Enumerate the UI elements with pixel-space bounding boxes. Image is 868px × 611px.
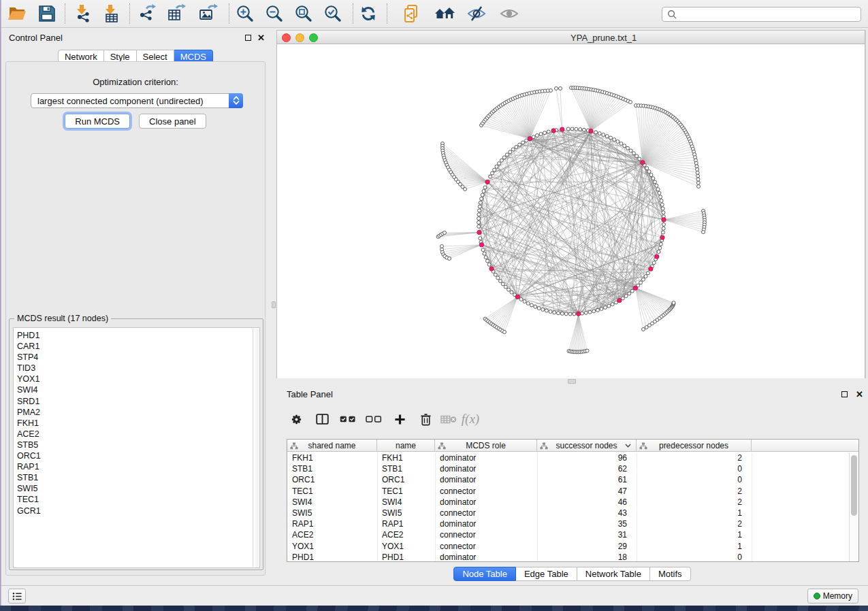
column-header-successor-nodes[interactable]: successor nodes (537, 440, 637, 452)
horizontal-splitter-grip[interactable] (568, 379, 576, 384)
home-button[interactable] (433, 2, 456, 25)
mcds-result-item[interactable]: PMA2 (17, 407, 259, 418)
mcds-result-item[interactable]: TEC1 (17, 494, 259, 505)
open-file-button[interactable] (5, 2, 29, 25)
mcds-result-item[interactable]: ORC1 (17, 450, 259, 461)
column-header-name[interactable]: name (377, 440, 435, 452)
save-icon (37, 4, 57, 23)
close-window-icon[interactable] (282, 33, 291, 42)
mcds-result-item[interactable]: SRD1 (17, 396, 259, 407)
network-graph (277, 44, 865, 378)
import-network-button[interactable] (71, 2, 95, 25)
run-mcds-button[interactable]: Run MCDS (65, 114, 130, 129)
table-row[interactable]: YOX1YOX1connector291 (287, 541, 849, 552)
network-window-titlebar[interactable]: YPA_prune.txt_1 (277, 31, 865, 44)
vertical-splitter-grip[interactable] (272, 301, 276, 308)
table-tab-node-table[interactable]: Node Table (453, 567, 516, 581)
horizontal-splitter[interactable] (276, 378, 868, 385)
mcds-result-item[interactable]: PHD1 (17, 330, 259, 341)
chevron-down-icon[interactable] (625, 444, 631, 448)
column-header-shared-name[interactable]: shared name (287, 440, 377, 452)
save-session-button[interactable] (35, 2, 59, 25)
cell-shared: FKH1 (287, 452, 377, 463)
mcds-result-item[interactable]: RAP1 (17, 461, 259, 472)
gear-icon (291, 414, 302, 425)
table-settings-button[interactable] (283, 406, 309, 433)
table-tabs: Node TableEdge TableNetwork TableMotifs (276, 567, 868, 581)
table-scrollbar-thumb[interactable] (851, 455, 857, 516)
zoom-fit-button[interactable] (292, 2, 315, 25)
hide-glyphs-button[interactable] (465, 2, 488, 25)
mcds-result-item[interactable]: STB5 (17, 440, 259, 450)
memory-button[interactable]: Memory (807, 589, 858, 604)
mcds-result-item[interactable]: STB1 (17, 472, 259, 483)
mcds-result-item[interactable]: ACE2 (17, 429, 259, 440)
zoom-in-button[interactable] (234, 2, 257, 25)
table-tab-edge-table[interactable]: Edge Table (516, 567, 577, 581)
export-network-button[interactable] (136, 2, 159, 25)
cell-succ: 35 (537, 518, 637, 529)
cell-shared: SWI4 (287, 497, 377, 508)
column-header-predecessor-nodes[interactable]: predecessor nodes (637, 440, 752, 452)
zoom-selected-button[interactable] (321, 2, 344, 25)
create-column-button[interactable] (387, 406, 413, 433)
mcds-result-item[interactable]: STP4 (17, 352, 259, 363)
network-canvas[interactable] (277, 44, 865, 378)
float-panel-icon[interactable] (245, 35, 251, 41)
show-glyphs-button[interactable] (498, 2, 521, 25)
table-tab-motifs[interactable]: Motifs (650, 567, 691, 581)
cell-shared: ORC1 (287, 474, 377, 485)
maximize-window-icon[interactable] (309, 33, 318, 42)
import-table-button[interactable] (100, 2, 123, 25)
refresh-button[interactable] (357, 2, 380, 25)
minimize-window-icon[interactable] (295, 33, 304, 42)
table-scrollbar[interactable] (849, 452, 858, 561)
mcds-result-item[interactable]: SWI5 (17, 483, 259, 494)
function-builder-button[interactable]: f(x) (459, 406, 482, 433)
mcds-result-item[interactable]: FKH1 (17, 418, 259, 429)
mcds-result-list[interactable]: PHD1CAR1STP4TID3YOX1SWI4SRD1PMA2FKH1ACE2… (13, 327, 260, 568)
table-row[interactable]: RAP1RAP1dominator352 (287, 518, 849, 529)
mcds-result-item[interactable]: SWI4 (17, 384, 259, 395)
cell-succ: 96 (537, 452, 637, 463)
fx-icon: f(x) (462, 412, 479, 427)
table-tab-network-table[interactable]: Network Table (577, 567, 650, 581)
delete-table-icon (440, 415, 457, 424)
export-table-button[interactable] (165, 2, 188, 25)
table-row[interactable]: ACE2ACE2connector311 (287, 529, 849, 540)
optimization-dropdown[interactable]: largest connected component (undirected) (31, 93, 243, 108)
table-row[interactable]: SWI4SWI4dominator462 (287, 497, 849, 508)
zoom-out-button[interactable] (263, 2, 286, 25)
cell-pred: 2 (637, 497, 752, 508)
close-panel-icon[interactable]: ✕ (257, 35, 265, 41)
table-row[interactable]: STB1STB1dominator620 (287, 463, 849, 474)
table-row[interactable]: PHD1PHD1dominator180 (287, 552, 849, 561)
cell-name: SWI5 (377, 508, 435, 518)
vertical-splitter[interactable] (271, 29, 276, 585)
show-panels-button[interactable] (8, 589, 26, 604)
column-header-empty[interactable] (752, 440, 858, 452)
table-row[interactable]: FKH1FKH1dominator962 (287, 452, 849, 463)
close-panel-button[interactable]: Close panel (139, 114, 206, 129)
mcds-result-item[interactable]: GCR1 (17, 506, 259, 516)
select-all-columns-button[interactable] (335, 406, 361, 433)
delete-column-button[interactable] (413, 406, 438, 433)
mcds-result-item[interactable]: TID3 (17, 363, 259, 374)
mcds-list-scrollbar[interactable] (253, 329, 259, 567)
delete-table-button[interactable] (438, 406, 459, 433)
import-table-icon (101, 3, 122, 24)
table-row[interactable]: ORC1ORC1dominator610 (287, 474, 849, 485)
unselect-all-columns-button[interactable] (361, 406, 387, 433)
search-box[interactable] (662, 7, 861, 22)
mcds-result-item[interactable]: YOX1 (17, 374, 259, 384)
show-columns-button[interactable] (309, 406, 335, 433)
float-table-panel-icon[interactable] (841, 391, 848, 397)
table-row[interactable]: TEC1TEC1connector472 (287, 486, 849, 497)
column-header-MCDS-role[interactable]: MCDS role (435, 440, 537, 452)
search-input[interactable] (677, 8, 861, 20)
table-row[interactable]: SWI5SWI5connector431 (287, 508, 849, 518)
mcds-result-item[interactable]: CAR1 (17, 341, 259, 352)
share-document-button[interactable] (400, 2, 423, 25)
export-image-button[interactable] (196, 2, 219, 25)
close-table-panel-icon[interactable]: ✕ (856, 391, 863, 397)
